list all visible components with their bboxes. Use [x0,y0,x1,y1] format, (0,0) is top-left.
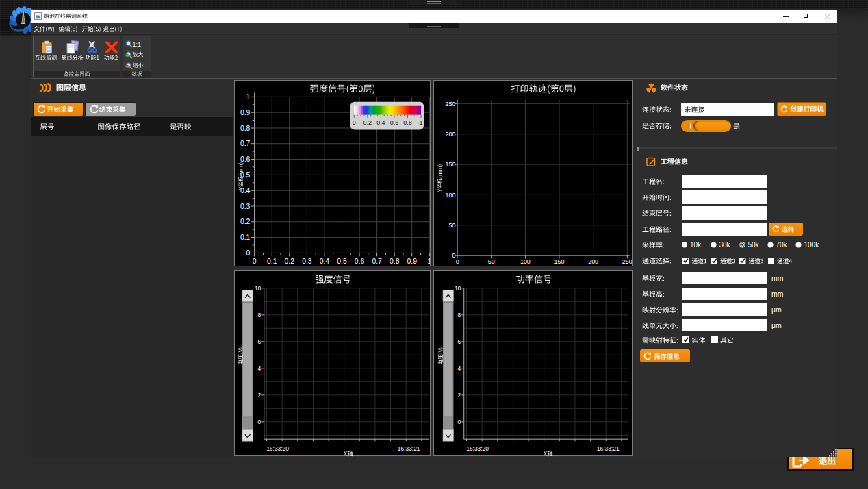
svg-text:200: 200 [446,131,456,138]
svg-text:100: 100 [446,192,456,199]
svg-text:0.7: 0.7 [372,258,382,265]
svg-text:0: 0 [253,258,257,265]
svg-text:50: 50 [449,222,456,229]
svg-text:0.8: 0.8 [390,258,400,265]
svg-text:0.9: 0.9 [240,109,251,116]
svg-text:100: 100 [520,258,531,265]
svg-text:16:33:20: 16:33:20 [266,445,289,452]
svg-text:8: 8 [458,312,461,318]
svg-text:200: 200 [588,258,598,265]
svg-text:0.5: 0.5 [337,258,347,265]
svg-text:0.4: 0.4 [376,119,385,126]
svg-text:50: 50 [488,258,495,265]
svg-text:0.3: 0.3 [302,258,312,265]
svg-text:0.5: 0.5 [240,171,251,179]
svg-text:0.3: 0.3 [240,203,251,210]
svg-text:1: 1 [246,93,251,101]
svg-text:150: 150 [554,258,565,265]
svg-text:10: 10 [455,285,461,292]
svg-text:10: 10 [255,285,261,292]
svg-text:0.6: 0.6 [240,155,251,163]
svg-text:0: 0 [258,418,261,425]
svg-text:0: 0 [246,249,251,257]
svg-text:150: 150 [446,161,456,168]
svg-text:0.2: 0.2 [240,218,251,225]
svg-text:0.2: 0.2 [285,258,295,265]
svg-text:0.1: 0.1 [267,258,277,265]
svg-text:6: 6 [458,338,461,345]
svg-text:4: 4 [258,365,261,372]
svg-text:0.9: 0.9 [407,258,418,265]
svg-text:0.4: 0.4 [240,187,251,195]
svg-text:0.2: 0.2 [363,119,372,126]
svg-text:8: 8 [258,312,261,318]
svg-text:0: 0 [456,258,459,265]
svg-text:250: 250 [622,258,633,265]
svg-text:4: 4 [458,365,461,372]
svg-text:0.4: 0.4 [320,258,330,265]
svg-text:16:33:21: 16:33:21 [398,445,420,452]
svg-text:16:33:20: 16:33:20 [466,445,489,452]
svg-text:1: 1 [427,258,431,265]
svg-text:0: 0 [353,119,356,126]
svg-text:250: 250 [446,101,456,108]
svg-text:0: 0 [452,252,455,259]
svg-text:2: 2 [258,392,261,399]
svg-text:16:33:21: 16:33:21 [597,445,620,452]
svg-text:6: 6 [258,338,261,345]
svg-text:0: 0 [458,418,461,425]
svg-text:0.6: 0.6 [355,258,365,265]
svg-text:0.7: 0.7 [240,140,251,147]
svg-text:1: 1 [420,119,423,126]
svg-text:2: 2 [458,392,461,399]
svg-text:0.1: 0.1 [240,234,251,241]
svg-text:0.8: 0.8 [240,125,251,132]
svg-text:0.6: 0.6 [390,119,398,126]
svg-text:0.8: 0.8 [403,119,411,126]
